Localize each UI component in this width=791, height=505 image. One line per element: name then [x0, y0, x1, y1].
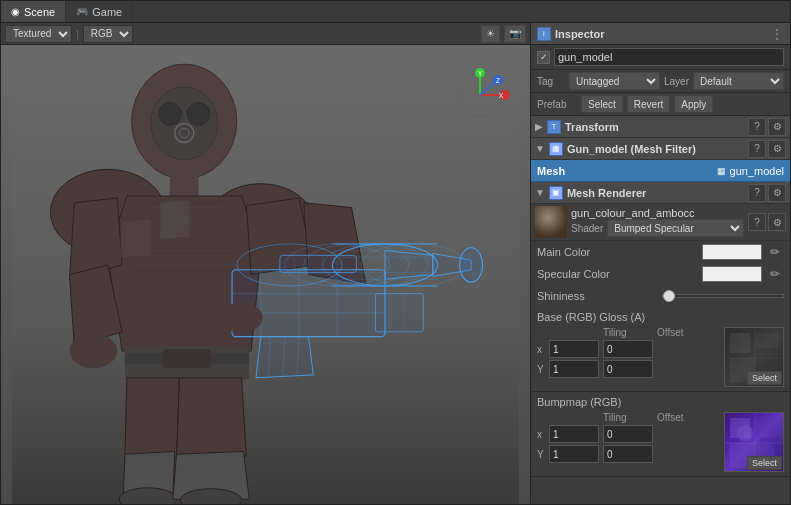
scene-tab-icon: ◉	[11, 6, 20, 17]
base-texture-section: Base (RGB) Gloss (A) Tiling Offset x	[531, 307, 790, 392]
svg-point-15	[69, 334, 117, 368]
viewport: Textured | RGB ☀ 📷	[1, 23, 530, 504]
base-texture-select-btn[interactable]: Select	[747, 371, 782, 385]
mesh-value-container: ▦ gun_model	[717, 165, 784, 177]
prefab-label: Prefab	[537, 99, 577, 110]
transform-icon: T	[547, 120, 561, 134]
bump-texture-select-btn[interactable]: Select	[747, 456, 782, 470]
shader-label: Shader	[571, 223, 603, 234]
svg-text:Z: Z	[496, 77, 501, 84]
render-mode-select[interactable]: Textured	[5, 25, 72, 43]
bump-texture-thumbnail[interactable]: Select	[724, 412, 784, 472]
base-tiling-label: Tiling	[603, 327, 653, 338]
tab-game[interactable]: 🎮 Game	[66, 1, 133, 22]
mesh-renderer-settings-btn[interactable]: ⚙	[768, 184, 786, 202]
mesh-renderer-arrow-icon: ▼	[535, 187, 545, 198]
main-color-picker[interactable]	[702, 244, 762, 260]
svg-rect-49	[163, 349, 211, 368]
svg-text:Y: Y	[478, 70, 483, 77]
prefab-row: Prefab Select Revert Apply	[531, 93, 790, 116]
base-texture-controls: Tiling Offset x Y	[537, 327, 716, 387]
transform-buttons: ? ⚙	[748, 118, 786, 136]
channel-select[interactable]: RGB	[83, 25, 133, 43]
svg-point-3	[158, 102, 181, 125]
scene-content: X Y Z	[1, 45, 530, 504]
sun-icon: ☀	[486, 28, 495, 39]
mesh-filter-settings-btn[interactable]: ⚙	[768, 140, 786, 158]
object-name-input[interactable]	[554, 48, 784, 66]
base-texture-thumbnail[interactable]: Select	[724, 327, 784, 387]
mesh-value-text: gun_model	[730, 165, 784, 177]
main-color-eyedropper[interactable]: ✏	[766, 243, 784, 261]
material-settings-btn[interactable]: ⚙	[768, 213, 786, 231]
mesh-filter-info-btn[interactable]: ?	[748, 140, 766, 158]
tag-label: Tag	[537, 76, 565, 87]
svg-point-76	[737, 425, 753, 441]
sun-button[interactable]: ☀	[481, 25, 500, 43]
mesh-renderer-header[interactable]: ▼ ▣ Mesh Renderer ? ⚙	[531, 182, 790, 204]
prefab-revert-btn[interactable]: Revert	[627, 95, 670, 113]
viewport-toolbar: Textured | RGB ☀ 📷	[1, 23, 530, 45]
base-x-row: x	[537, 340, 716, 358]
viewport-gizmo: X Y Z	[450, 65, 510, 125]
bump-offset-x-input[interactable]	[603, 425, 653, 443]
transform-info-btn[interactable]: ?	[748, 118, 766, 136]
transform-settings-btn[interactable]: ⚙	[768, 118, 786, 136]
shininess-slider-track[interactable]	[662, 294, 785, 298]
object-name-row	[531, 45, 790, 70]
bump-y-label: Y	[537, 449, 545, 460]
svg-rect-64	[755, 333, 780, 348]
base-tiling-y-input[interactable]	[549, 360, 599, 378]
tab-scene[interactable]: ◉ Scene	[1, 1, 66, 22]
base-y-label: Y	[537, 364, 545, 375]
material-info: gun_colour_and_ambocc Shader Bumped Spec…	[571, 207, 744, 237]
shader-row: Shader Bumped Specular	[571, 219, 744, 237]
mesh-filter-buttons: ? ⚙	[748, 140, 786, 158]
mesh-renderer-buttons: ? ⚙	[748, 184, 786, 202]
main-container: ◉ Scene 🎮 Game Textured | RGB ☀	[0, 0, 791, 505]
bump-offset-label: Offset	[657, 412, 707, 423]
svg-rect-71	[755, 418, 780, 433]
base-offset-x-input[interactable]	[603, 340, 653, 358]
mesh-filter-arrow-icon: ▼	[535, 143, 545, 154]
bump-tiling-x-input[interactable]	[549, 425, 599, 443]
prefab-apply-btn[interactable]: Apply	[674, 95, 713, 113]
inspector-header: i Inspector ⋮	[531, 23, 790, 45]
material-info-btn[interactable]: ?	[748, 213, 766, 231]
mesh-renderer-info-btn[interactable]: ?	[748, 184, 766, 202]
bump-offset-y-input[interactable]	[603, 445, 653, 463]
transform-arrow-icon: ▶	[535, 121, 543, 132]
mesh-row: Mesh ▦ gun_model	[531, 160, 790, 182]
mesh-renderer-icon: ▣	[549, 186, 563, 200]
specular-color-row: Specular Color ✏	[531, 263, 790, 285]
material-thumbnail	[535, 206, 567, 238]
layer-select[interactable]: Default	[693, 72, 784, 90]
specular-color-eyedropper[interactable]: ✏	[766, 265, 784, 283]
shininess-slider-thumb[interactable]	[663, 290, 675, 302]
material-row: gun_colour_and_ambocc Shader Bumped Spec…	[531, 204, 790, 241]
transform-component-header[interactable]: ▶ T Transform ? ⚙	[531, 116, 790, 138]
camera-button[interactable]: 📷	[504, 25, 526, 43]
shininess-row: Shininess	[531, 285, 790, 307]
base-offset-y-input[interactable]	[603, 360, 653, 378]
bump-tiling-label: Tiling	[603, 412, 653, 423]
main-color-row: Main Color ✏	[531, 241, 790, 263]
svg-text:X: X	[499, 92, 504, 99]
inspector-body: Tag Untagged Layer Default Prefab Select…	[531, 45, 790, 504]
svg-rect-38	[280, 255, 357, 272]
tab-bar: ◉ Scene 🎮 Game	[1, 1, 790, 23]
shader-select[interactable]: Bumped Specular	[607, 219, 744, 237]
inspector-menu-btn[interactable]: ⋮	[770, 26, 784, 42]
base-tiling-x-input[interactable]	[549, 340, 599, 358]
mesh-filter-component-header[interactable]: ▼ ▦ Gun_model (Mesh Filter) ? ⚙	[531, 138, 790, 160]
specular-color-picker[interactable]	[702, 266, 762, 282]
material-name: gun_colour_and_ambocc	[571, 207, 744, 219]
tag-select[interactable]: Untagged	[569, 72, 660, 90]
object-enabled-checkbox[interactable]	[537, 51, 550, 64]
mesh-filter-icon: ▦	[549, 142, 563, 156]
layer-label: Layer	[664, 76, 689, 87]
prefab-select-btn[interactable]: Select	[581, 95, 623, 113]
bump-tiling-y-input[interactable]	[549, 445, 599, 463]
game-tab-label: Game	[92, 6, 122, 18]
svg-rect-7	[170, 174, 199, 198]
